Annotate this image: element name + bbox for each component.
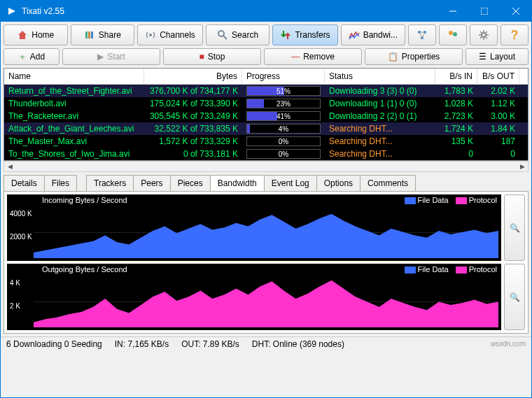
scroll-right-icon[interactable]: ▶ (517, 162, 528, 171)
stop-button[interactable]: ■Stop (163, 48, 261, 65)
users-icon (447, 29, 458, 41)
cell-name: The_Master_Max.avi (4, 135, 144, 148)
cell-out: 1.12 K (477, 97, 519, 110)
cell-name: Thunderbolt.avi (4, 97, 144, 110)
add-label: Add (30, 52, 45, 62)
status-in: IN: 7,165 KB/s (115, 339, 169, 349)
stop-icon: ■ (200, 52, 204, 62)
table-row[interactable]: Attack_of_the_Giant_Leeches.avi32,522 K … (4, 122, 528, 135)
share-button[interactable]: Share (71, 24, 135, 45)
share-icon (84, 29, 95, 41)
chart-title: Outgoing Bytes / Second (42, 265, 127, 273)
home-button[interactable]: Home (4, 24, 68, 45)
ylabel: 4 K (10, 279, 20, 287)
svg-point-10 (453, 32, 457, 36)
app-icon (6, 6, 18, 17)
stop-label: Stop (208, 52, 225, 62)
window-title: Tixati v2.55 (22, 6, 64, 16)
status-out: OUT: 7.89 KB/s (181, 339, 239, 349)
tab-options[interactable]: Options (316, 175, 360, 191)
col-progress[interactable]: Progress (242, 69, 325, 84)
table-row[interactable]: The_Master_Max.avi1,572 K of 733,329 K0%… (4, 135, 528, 148)
minus-icon: — (291, 52, 300, 62)
start-button[interactable]: ▶Start (62, 48, 160, 65)
remove-button[interactable]: —Remove (264, 48, 362, 65)
cell-status: Downloading 2 (2) 0 (1) (325, 110, 435, 122)
cell-name: To_the_Shores_of_Iwo_Jima.avi (4, 148, 144, 160)
cell-status: Downloading 1 (1) 0 (0) (325, 97, 435, 110)
svg-rect-1 (85, 31, 88, 38)
tab-trackers[interactable]: Trackers (86, 175, 134, 191)
add-button[interactable]: ＋Add (4, 48, 59, 65)
close-button[interactable] (500, 1, 531, 22)
layout-button[interactable]: ☰Layout (465, 48, 528, 65)
col-bytes[interactable]: Bytes (144, 69, 242, 84)
play-icon: ▶ (97, 52, 104, 62)
cell-progress: 23% (242, 97, 325, 110)
col-out[interactable]: B/s OUT (477, 69, 519, 84)
cell-bytes: 1,572 K of 733,329 K (144, 135, 242, 148)
cell-bytes: 305,545 K of 733,249 K (144, 110, 242, 122)
zoom-out-button[interactable]: 🔍 (504, 264, 525, 330)
channels-button[interactable]: Channels (137, 24, 203, 45)
status-dht: DHT: Online (369 nodes) (252, 339, 344, 349)
tab-event-log[interactable]: Event Log (264, 175, 317, 191)
horizontal-scrollbar[interactable]: ◀ ▶ (4, 161, 528, 172)
svg-rect-0 (481, 8, 488, 15)
properties-label: Properties (402, 52, 440, 62)
cell-in: 2,723 K (435, 110, 477, 122)
table-row[interactable]: The_Racketeer.avi305,545 K of 733,249 K4… (4, 110, 528, 122)
tab-bandwidth[interactable]: Bandwidth (210, 175, 265, 191)
cell-out: 1.84 K (477, 122, 519, 135)
home-label: Home (31, 30, 54, 40)
search-button[interactable]: Search (206, 24, 270, 45)
col-in[interactable]: B/s IN (435, 69, 477, 84)
cell-name: Return_of_the_Street_Fighter.avi (4, 85, 144, 97)
share-label: Share (99, 30, 121, 40)
bandwidth-icon (349, 29, 360, 41)
users-button[interactable] (439, 24, 467, 45)
col-name[interactable]: Name (4, 69, 144, 84)
minimize-button[interactable] (437, 1, 468, 22)
incoming-chart: Incoming Bytes / Second File DataProtoco… (7, 194, 501, 261)
tab-comments[interactable]: Comments (360, 175, 416, 191)
bandwidth-button[interactable]: Bandwi... (341, 24, 405, 45)
cell-status: Searching DHT... (325, 135, 435, 148)
cell-progress: 51% (242, 85, 325, 97)
cell-in: 0 (435, 148, 477, 160)
search-icon (217, 29, 228, 41)
legend-item: Protocol (456, 196, 497, 204)
svg-point-11 (482, 33, 486, 37)
table-row[interactable]: To_the_Shores_of_Iwo_Jima.avi0 of 733,18… (4, 148, 528, 160)
chart-area (34, 207, 498, 258)
scroll-left-icon[interactable]: ◀ (4, 162, 15, 171)
grid-header: Name Bytes Progress Status B/s IN B/s OU… (4, 69, 528, 85)
bandwidth-label: Bandwi... (363, 30, 398, 40)
svg-point-9 (449, 31, 453, 35)
transfers-button[interactable]: Transfers (272, 24, 337, 45)
cell-in: 135 K (435, 135, 477, 148)
cell-in: 1,028 K (435, 97, 477, 110)
table-row[interactable]: Thunderbolt.avi175,024 K of 733,390 K23%… (4, 97, 528, 110)
maximize-button[interactable] (468, 1, 500, 22)
tab-details[interactable]: Details (4, 175, 45, 191)
properties-button[interactable]: 📋Properties (365, 48, 463, 65)
help-button[interactable]: ? (500, 24, 528, 45)
home-icon (17, 29, 28, 41)
tab-bandwidth-body: Incoming Bytes / Second File DataProtoco… (4, 191, 528, 334)
zoom-in-button[interactable]: 🔍 (504, 194, 525, 261)
gear-icon (478, 29, 489, 41)
status-bar: 6 Downloading 0 Seeding IN: 7,165 KB/s O… (1, 336, 531, 350)
settings-button[interactable] (470, 24, 498, 45)
chart-legend: File DataProtocol (405, 196, 497, 204)
cell-out: 3.00 K (477, 110, 519, 122)
table-row[interactable]: Return_of_the_Street_Fighter.avi376,700 … (4, 85, 528, 97)
outgoing-chart: Outgoing Bytes / Second File DataProtoco… (7, 264, 501, 330)
tab-peers[interactable]: Peers (133, 175, 170, 191)
tab-pieces[interactable]: Pieces (170, 175, 211, 191)
cell-out: 187 (477, 135, 519, 148)
remove-label: Remove (303, 52, 335, 62)
col-status[interactable]: Status (325, 69, 435, 84)
tab-files[interactable]: Files (44, 175, 77, 191)
network-button[interactable] (408, 24, 436, 45)
